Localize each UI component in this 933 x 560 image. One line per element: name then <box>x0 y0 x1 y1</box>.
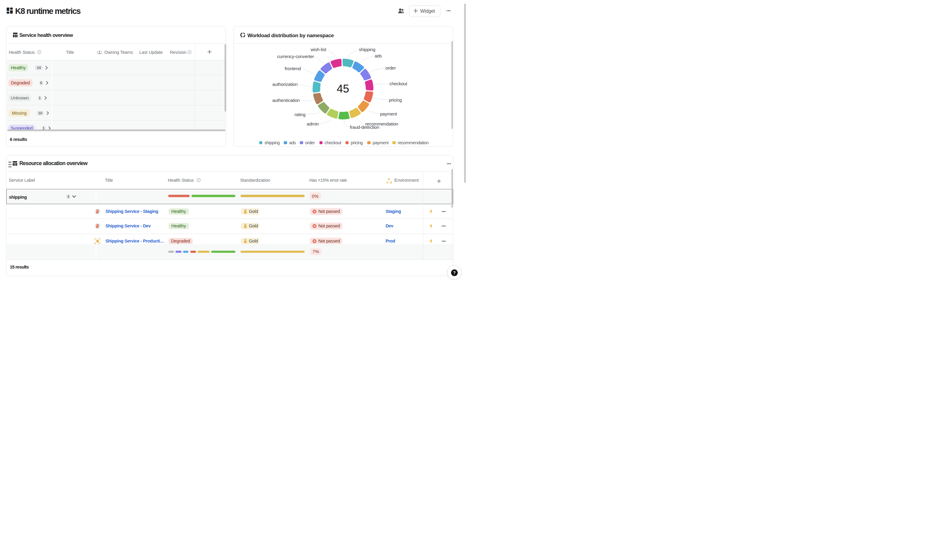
svg-text:authorization: authorization <box>272 82 297 86</box>
svg-text:fraud-detection: fraud-detection <box>350 125 379 130</box>
svg-text:admin: admin <box>307 121 319 126</box>
svg-text:currency-converter: currency-converter <box>277 54 314 58</box>
svg-text:authentication: authentication <box>272 98 300 103</box>
svg-text:wish-list: wish-list <box>310 46 326 52</box>
svg-text:ads: ads <box>374 53 382 58</box>
svg-text:shipping: shipping <box>359 47 375 52</box>
svg-text:pricing: pricing <box>389 97 402 102</box>
svg-text:order: order <box>385 65 396 70</box>
svg-text:checkout: checkout <box>390 81 407 86</box>
svg-text:payment: payment <box>380 111 397 116</box>
svg-text:frontend: frontend <box>285 66 301 71</box>
svg-text:rating: rating <box>294 112 305 117</box>
